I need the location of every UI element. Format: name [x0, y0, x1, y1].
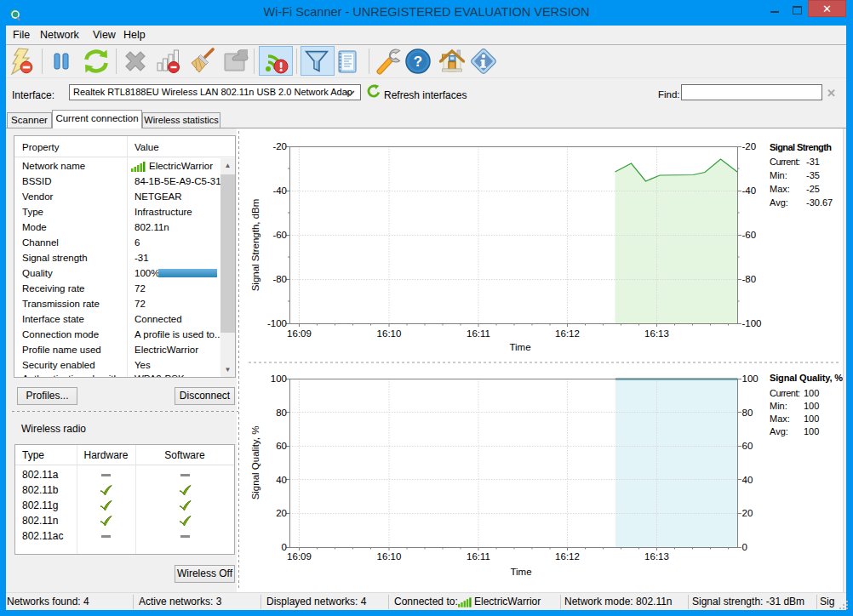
svg-text:16:13: 16:13	[644, 551, 669, 562]
svg-text:Signal Quality, %: Signal Quality, %	[250, 426, 260, 500]
svg-text:Min:: Min:	[770, 401, 787, 411]
svg-text:-60: -60	[742, 230, 757, 240]
svg-text:16:11: 16:11	[467, 551, 490, 562]
svg-text:16:10: 16:10	[377, 328, 402, 339]
svg-text:-30.67: -30.67	[806, 197, 833, 208]
svg-text:16:13: 16:13	[644, 328, 669, 339]
svg-text:-40: -40	[742, 185, 757, 196]
svg-text:-31: -31	[806, 157, 820, 167]
svg-text:60: 60	[276, 441, 287, 451]
svg-text:Current:: Current:	[770, 388, 800, 398]
svg-text:80: 80	[276, 408, 287, 418]
svg-text:-100: -100	[742, 318, 762, 328]
svg-text:100: 100	[804, 401, 819, 411]
svg-text:16:12: 16:12	[555, 551, 580, 562]
svg-text:16:10: 16:10	[377, 551, 402, 562]
svg-text:?: ?	[414, 54, 422, 70]
svg-text:Signal Quality, %: Signal Quality, %	[770, 373, 843, 383]
svg-text:100: 100	[804, 414, 819, 424]
svg-text:16:11: 16:11	[467, 328, 490, 339]
svg-text:Time: Time	[509, 342, 530, 352]
svg-text:20: 20	[742, 508, 753, 518]
svg-text:100: 100	[804, 426, 819, 436]
svg-text:Time: Time	[510, 567, 531, 577]
svg-text:-80: -80	[272, 274, 287, 284]
svg-text:40: 40	[742, 475, 753, 485]
svg-text:Max:: Max:	[770, 184, 790, 194]
svg-text:60: 60	[742, 441, 753, 451]
svg-text:-40: -40	[272, 185, 287, 196]
svg-text:-80: -80	[742, 274, 757, 284]
svg-text:Signal Strength: Signal Strength	[770, 142, 832, 152]
svg-text:100: 100	[271, 374, 287, 384]
svg-text:16:09: 16:09	[287, 551, 312, 562]
svg-text:80: 80	[742, 408, 753, 418]
svg-text:20: 20	[276, 508, 287, 518]
svg-text:Signal Strength, dBm: Signal Strength, dBm	[250, 199, 260, 292]
svg-text:100: 100	[804, 388, 819, 398]
svg-text:16:12: 16:12	[555, 328, 580, 339]
svg-text:Min:: Min:	[770, 170, 787, 180]
svg-text:-35: -35	[806, 170, 820, 180]
svg-text:Current:: Current:	[770, 157, 800, 167]
svg-text:Avg:: Avg:	[770, 426, 788, 436]
svg-text:16:09: 16:09	[287, 328, 312, 339]
svg-text:0: 0	[742, 542, 747, 552]
svg-text:-20: -20	[272, 141, 287, 151]
svg-text:Max:: Max:	[770, 414, 790, 424]
svg-text:Avg:: Avg:	[770, 197, 788, 208]
svg-text:-20: -20	[742, 141, 757, 151]
svg-text:0: 0	[282, 542, 287, 552]
svg-text:40: 40	[276, 475, 287, 485]
svg-text:-25: -25	[806, 184, 820, 194]
svg-text:100: 100	[742, 374, 759, 384]
svg-text:-100: -100	[267, 318, 287, 328]
svg-text:-60: -60	[272, 230, 287, 240]
